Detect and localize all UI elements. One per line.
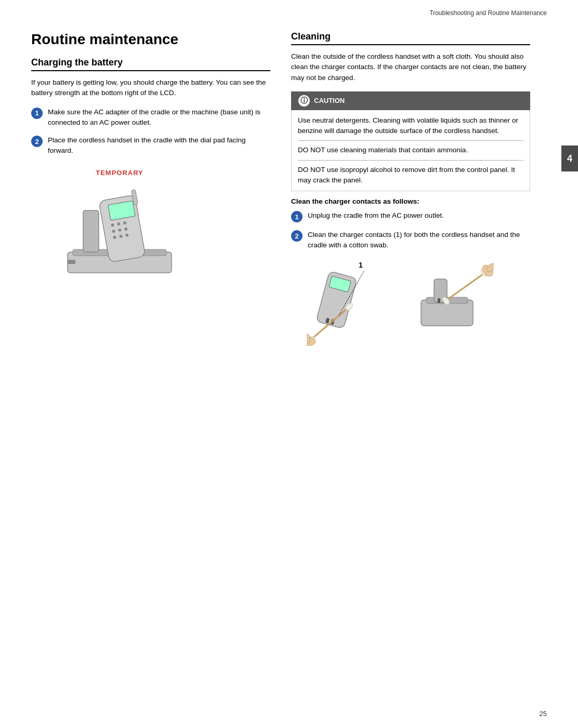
caution-label: CAUTION (314, 97, 345, 104)
cleaning-image: 1 (307, 258, 494, 352)
page-container: Routine maintenance Charging the battery… (0, 21, 578, 352)
step-number-1: 1 (31, 108, 43, 119)
caution-content: Use neutral detergents. Cleaning with vo… (291, 110, 530, 191)
caution-icon: ⓘ (298, 95, 310, 107)
caution-text: Use neutral detergents. Cleaning with vo… (298, 115, 523, 137)
charging-intro: If your battery is getting low, you shou… (31, 77, 270, 99)
donot-1-text: DO NOT use cleaning materials that conta… (298, 145, 523, 155)
caution-header: ⓘ CAUTION (291, 91, 530, 110)
header-title: Troubleshooting and Routine Maintenance (429, 9, 547, 17)
cleaning-intro: Clean the outside of the cordless handse… (291, 51, 530, 83)
svg-line-30 (447, 274, 483, 300)
cleaning-step-number-1: 1 (291, 211, 303, 222)
page-header: Troubleshooting and Routine Maintenance (0, 0, 578, 21)
divider-2 (298, 160, 523, 161)
charger-contacts-instruction: Clean the charger contacts as follows: (291, 197, 530, 205)
left-column: Routine maintenance Charging the battery… (31, 21, 270, 352)
cleaning-step-2-text: Clean the charger contacts (1) for both … (308, 230, 530, 251)
step-2-text: Place the cordless handset in the cradle… (48, 135, 270, 156)
page-number: 25 (540, 710, 547, 718)
right-column: Cleaning Clean the outside of the cordle… (291, 21, 530, 352)
charging-section-title: Charging the battery (31, 57, 270, 71)
contact-label-1: 1 (359, 261, 363, 269)
svg-rect-2 (83, 210, 99, 252)
charging-step-1: 1 Make sure the AC adapter of the cradle… (31, 107, 270, 128)
cleaning-section-title: Cleaning (291, 31, 530, 45)
cleaning-step-number-2: 2 (291, 230, 303, 242)
step-number-2: 2 (31, 136, 43, 147)
phone-cradle-image: TEMPORARY (47, 164, 192, 299)
step-1-text: Make sure the AC adapter of the cradle o… (48, 107, 270, 128)
cleaning-step-1: 1 Unplug the cradle from the AC power ou… (291, 210, 530, 222)
phone-cradle-svg (52, 169, 187, 294)
charging-step-2: 2 Place the cordless handset in the crad… (31, 135, 270, 156)
cleaning-step-1-text: Unplug the cradle from the AC power outl… (308, 210, 444, 221)
svg-rect-28 (438, 298, 440, 303)
divider-1 (298, 140, 523, 141)
temporary-label: TEMPORARY (96, 169, 143, 177)
main-title: Routine maintenance (31, 31, 270, 48)
donot-2-text: DO NOT use isopropyl alcohol to remove d… (298, 165, 523, 186)
cleaning-svg (307, 258, 494, 347)
caution-box: ⓘ CAUTION Use neutral detergents. Cleani… (291, 91, 530, 191)
svg-rect-3 (68, 260, 75, 264)
cleaning-step-2: 2 Clean the charger contacts (1) for bot… (291, 230, 530, 251)
